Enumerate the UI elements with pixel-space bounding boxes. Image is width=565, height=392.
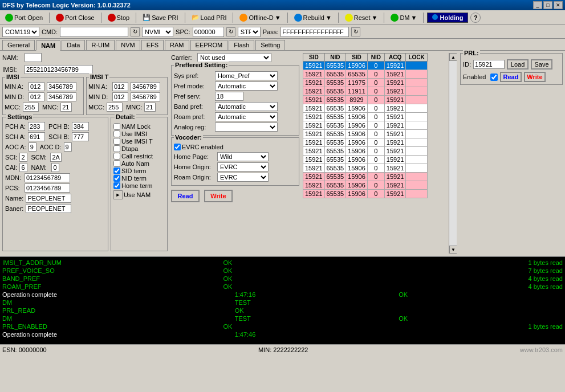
sci-input[interactable]	[19, 153, 27, 162]
imsi-mnc-input[interactable]	[60, 103, 72, 112]
table-row[interactable]: 159216553515906015921	[303, 130, 428, 138]
close-button[interactable]: ✕	[554, 1, 563, 9]
prl-write-button[interactable]: Write	[524, 72, 546, 82]
table-row[interactable]: 159216553515906015921	[303, 173, 428, 181]
prl-load-button[interactable]: Load	[507, 59, 529, 70]
dtapa-checkbox[interactable]	[113, 145, 120, 152]
aoc-d-input[interactable]	[64, 142, 72, 152]
cai-input[interactable]	[19, 163, 27, 172]
table-row[interactable]: 159216553515906015921	[303, 113, 428, 121]
spc-input[interactable]	[193, 27, 224, 37]
holding-button[interactable]: Holding	[427, 13, 468, 23]
sys-pref-select[interactable]: Home_Pref	[215, 71, 278, 80]
name-input[interactable]	[26, 194, 71, 203]
table-row[interactable]: 159216553515906015921	[303, 190, 428, 198]
port-close-button[interactable]: Port Close	[53, 12, 97, 23]
spc-refresh-button[interactable]: ↻	[226, 27, 235, 36]
pref-serv-input[interactable]	[215, 92, 243, 101]
tab-flash[interactable]: Flash	[229, 40, 254, 50]
imsi-mina2-input[interactable]	[47, 82, 76, 91]
save-pri-button[interactable]: 💾 Save PRI	[140, 12, 181, 23]
imsi-mind2-input[interactable]	[47, 92, 76, 101]
tab-ram[interactable]: RAM	[165, 40, 189, 50]
nam-index-input[interactable]	[25, 53, 42, 62]
port-open-button[interactable]: Port Open	[2, 12, 46, 23]
home-page-select[interactable]: Wild	[217, 152, 269, 161]
help-button[interactable]: ?	[470, 13, 481, 23]
table-row[interactable]: 159216553515906015921	[303, 62, 428, 70]
band-pref-select[interactable]: Automatic	[215, 102, 278, 111]
analog-reg-select[interactable]	[215, 122, 278, 132]
use-imsi-checkbox[interactable]	[113, 130, 120, 137]
mdn-input[interactable]	[25, 173, 70, 182]
maximize-button[interactable]: □	[543, 1, 552, 9]
pch-a-input[interactable]	[28, 122, 45, 131]
table-row[interactable]: 159216553511975015921	[303, 79, 428, 87]
nam-settings-input[interactable]	[51, 163, 59, 172]
prl-enabled-checkbox[interactable]	[490, 74, 498, 81]
offline-d-button[interactable]: Offline-D ▼	[237, 12, 283, 23]
load-pri-button[interactable]: 📂 Load PRI	[189, 12, 230, 23]
baner-input[interactable]	[26, 204, 71, 213]
imsit-mind1-input[interactable]	[112, 92, 128, 101]
tab-ruim[interactable]: R-UIM	[86, 40, 115, 50]
table-row[interactable]: 159216553515906015921	[303, 147, 428, 156]
table-row[interactable]: 159216553515906015921	[303, 181, 428, 190]
table-row[interactable]: 159216553515906015921	[303, 156, 428, 164]
imsi-mina1-input[interactable]	[29, 82, 44, 91]
imsit-mind2-input[interactable]	[131, 92, 160, 101]
aoc-a-input[interactable]	[29, 142, 36, 152]
pcs-input[interactable]	[25, 183, 70, 193]
nam-lock-checkbox[interactable]	[113, 123, 120, 130]
table-row[interactable]: 159216553515906015921	[303, 104, 428, 113]
reset-button[interactable]: Reset ▼	[342, 12, 381, 23]
com-port-select[interactable]: COM119	[2, 27, 39, 37]
imsi-mcc-input[interactable]	[23, 103, 39, 112]
grid-scroll-area[interactable]: SID NID SID NID ACQ LOCK 159216553515906…	[303, 53, 449, 254]
scroll-down-button[interactable]: ▼	[449, 246, 457, 254]
tab-efs[interactable]: EFS	[141, 40, 164, 50]
home-origin-select[interactable]: EVRC	[217, 162, 269, 172]
imsit-mnc-input[interactable]	[144, 103, 156, 112]
scroll-up-button[interactable]: ▲	[449, 53, 457, 61]
dm-button[interactable]: DM ▼	[388, 12, 420, 23]
roam-origin-select[interactable]: EVRC	[217, 173, 269, 182]
cmd-input[interactable]	[60, 27, 128, 37]
str-select[interactable]: STR	[238, 27, 261, 37]
roam-pref-select[interactable]: Automatic	[215, 112, 278, 121]
sch-a-input[interactable]	[28, 132, 45, 141]
imsi-mind1-input[interactable]	[29, 92, 44, 101]
stop-button[interactable]: Stop	[105, 12, 133, 23]
table-row[interactable]: 159216553515906015921	[303, 121, 428, 130]
cmd-refresh-button[interactable]: ↻	[131, 27, 140, 36]
tab-general[interactable]: General	[2, 40, 35, 50]
prl-save-button[interactable]: Save	[531, 59, 552, 70]
imsit-mcc-input[interactable]	[107, 103, 123, 112]
imsit-mina1-input[interactable]	[112, 82, 128, 91]
scm-input[interactable]	[50, 153, 62, 162]
write-button[interactable]: Write	[204, 190, 233, 202]
pref-mode-select[interactable]: Automatic	[215, 81, 278, 91]
sid-term-checkbox[interactable]	[113, 168, 120, 174]
auto-nam-checkbox[interactable]	[113, 160, 120, 167]
grid-scrollbar[interactable]: ▲ ▼	[449, 53, 457, 254]
rebuild-button[interactable]: Rebuild ▼	[291, 12, 335, 23]
pass-refresh-button[interactable]: ↻	[351, 27, 360, 36]
log-area[interactable]: IMSI_T_ADDR_NUMOK1 bytes readPREF_VOICE_…	[0, 256, 565, 344]
nvmi-select[interactable]: NVMI	[142, 27, 173, 37]
home-term-checkbox[interactable]	[113, 182, 120, 189]
tab-nvm[interactable]: NVM	[116, 40, 140, 50]
table-row[interactable]: 159216553511911015921	[303, 87, 428, 96]
pch-b-input[interactable]	[72, 122, 89, 131]
table-row[interactable]: 159216553515906015921	[303, 138, 428, 147]
tab-setting[interactable]: Setting	[255, 40, 285, 50]
nid-term-checkbox[interactable]	[113, 175, 120, 182]
tab-nam[interactable]: NAM	[36, 40, 60, 51]
minimize-button[interactable]: _	[533, 1, 542, 9]
carrier-select[interactable]: Not used	[197, 53, 271, 62]
tab-eeprom[interactable]: EEPROM	[190, 40, 228, 50]
read-button[interactable]: Read	[171, 190, 200, 202]
imsi-input[interactable]	[25, 65, 93, 74]
imsit-mina2-input[interactable]	[131, 82, 160, 91]
table-row[interactable]: 15921655358929015921	[303, 96, 428, 104]
